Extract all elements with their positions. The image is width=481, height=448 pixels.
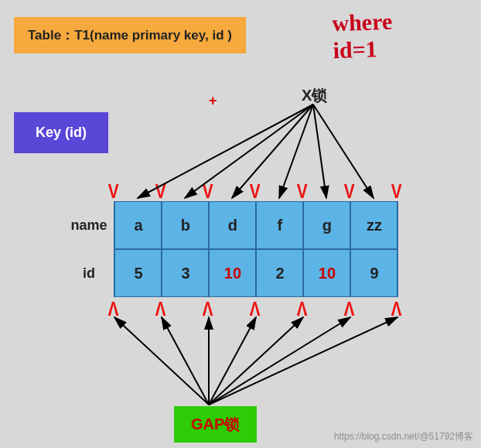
x-lock-label: X锁 — [302, 85, 327, 106]
key-box: Key (id) — [14, 112, 108, 153]
table-definition-box: Table：T1(name primary key, id ) — [14, 17, 246, 53]
cell-id: 10 — [302, 249, 351, 297]
gap-mark-bottom: V — [250, 296, 261, 320]
cell-name: g — [302, 201, 351, 249]
gap-mark-bottom: V — [155, 296, 166, 320]
row-label-id: id — [66, 249, 112, 297]
gap-mark-bottom: V — [108, 296, 119, 320]
row-label-name: name — [66, 201, 112, 249]
cell-id: 9 — [350, 249, 398, 297]
cell-name: f — [255, 201, 304, 249]
gap-lock-label: GAP锁 — [174, 406, 257, 443]
gap-mark-bottom: V — [297, 296, 308, 320]
gap-mark-top: V — [155, 180, 166, 203]
table-row: a b d f g zz — [115, 201, 398, 249]
svg-line-4 — [313, 104, 326, 198]
svg-line-9 — [209, 317, 256, 405]
svg-line-12 — [209, 317, 397, 405]
svg-line-6 — [114, 317, 209, 405]
cell-name: a — [114, 201, 162, 249]
cell-id: 5 — [114, 249, 162, 297]
cell-name: d — [208, 201, 257, 249]
gap-mark-bottom: V — [203, 296, 213, 320]
cell-id: 10 — [208, 249, 257, 297]
cell-name: b — [161, 201, 210, 249]
plus-mark: + — [209, 93, 217, 109]
cell-id: 3 — [161, 249, 210, 297]
watermark: https://blog.csdn.net/@51792博客 — [334, 430, 473, 443]
gap-mark-top: V — [250, 180, 261, 203]
cell-name: zz — [350, 201, 398, 249]
gap-mark-top: V — [203, 180, 213, 203]
gap-mark-top: V — [297, 180, 308, 203]
gap-mark-top: V — [108, 180, 119, 203]
svg-line-11 — [209, 317, 350, 405]
gap-mark-bottom: V — [391, 296, 402, 320]
gap-mark-bottom: V — [344, 296, 355, 320]
svg-line-10 — [209, 317, 303, 405]
gap-mark-top: V — [391, 180, 402, 203]
data-table: name a b d f g zz id 5 3 10 2 10 9 — [66, 201, 398, 297]
table-row: 5 3 10 2 10 9 — [115, 249, 398, 297]
svg-line-7 — [162, 317, 209, 405]
gap-mark-top: V — [344, 180, 355, 203]
cell-id: 2 — [255, 249, 304, 297]
handwritten-annotation: where id=1 — [332, 9, 394, 64]
